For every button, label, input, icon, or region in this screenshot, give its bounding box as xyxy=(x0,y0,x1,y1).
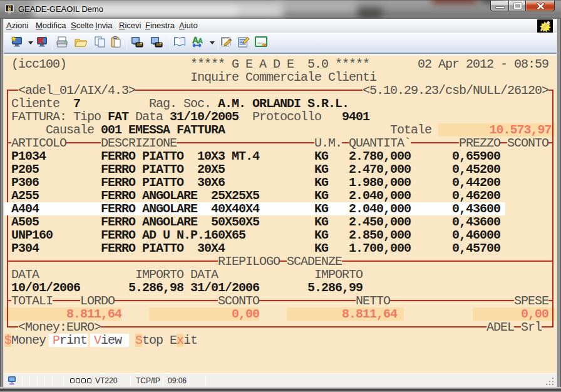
svg-text:A: A xyxy=(198,37,203,44)
